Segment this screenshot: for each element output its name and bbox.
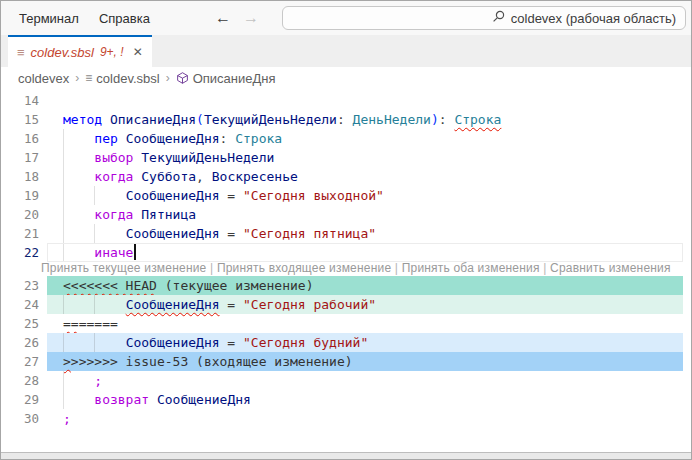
indent-guide — [63, 295, 64, 314]
indent-guide — [63, 186, 64, 205]
code-token: ; — [63, 411, 71, 426]
code-line-content[interactable] — [47, 91, 683, 110]
code-line-content[interactable]: выбор ТекущийДеньНедели — [47, 148, 683, 167]
code-token: ТекущийДеньНедели — [204, 112, 337, 127]
tab-coldev-sbsl[interactable]: ≡ coldev.sbsl 9+, ! ✕ — [8, 35, 152, 67]
code-token: СообщениеДня — [126, 297, 220, 312]
breadcrumb-item-1[interactable]: coldevex — [18, 71, 69, 86]
workspace-search-label: coldevex (рабочая область) — [511, 11, 676, 26]
symbol-cube-icon — [176, 71, 189, 86]
codelens-action-2[interactable]: Принять входящее изменение — [217, 262, 391, 275]
indent-guide — [94, 186, 95, 205]
codelens-separator: | — [206, 262, 216, 275]
code-token: Воскресенье — [212, 169, 298, 184]
code-line-content[interactable]: СообщениеДня = "Сегодня пятница" — [47, 224, 683, 243]
line-number: 21 — [1, 224, 47, 243]
code-line: 27>>>>>>> issue-53 (входящее изменение) — [1, 352, 691, 371]
file-lines-icon: ≡ — [17, 46, 25, 59]
code-token: СообщениеДня — [157, 392, 251, 407]
breadcrumb-label: coldev.sbsl — [96, 71, 159, 86]
indent-guide — [63, 129, 64, 148]
line-number: 15 — [1, 110, 47, 129]
code-line: 26 СообщениеДня = "Сегодня будний" — [1, 333, 691, 352]
line-number: 22 — [1, 243, 47, 262]
code-token: Строка — [454, 112, 501, 127]
forward-arrow-icon[interactable]: → — [243, 9, 259, 27]
code-token: возврат — [94, 392, 157, 407]
code-line-content[interactable]: СообщениеДня = "Сегодня рабочий" — [47, 295, 683, 314]
breadcrumb: coldevex›≡coldev.sbsl›ОписаниеДня — [1, 67, 691, 89]
code-token: СообщениеДня — [126, 335, 220, 350]
code-line-content[interactable]: СообщениеДня = "Сегодня будний" — [47, 333, 683, 352]
code-token: пер — [94, 131, 125, 146]
code-line-content[interactable]: возврат СообщениеДня — [47, 390, 683, 409]
indent-guide — [63, 224, 64, 243]
code-token: Строка — [235, 131, 282, 146]
menu-item-терминал[interactable]: Терминал — [9, 1, 89, 35]
code-token: : — [220, 131, 236, 146]
code-line-content[interactable]: иначе — [47, 243, 683, 262]
breadcrumb-item-2[interactable]: ≡coldev.sbsl — [85, 71, 159, 86]
code-line-content[interactable]: ; — [47, 371, 683, 390]
line-number: 30 — [1, 409, 47, 428]
code-token: ) — [431, 112, 439, 127]
indent-guide — [63, 205, 64, 224]
code-token: СообщениеДня — [126, 226, 220, 241]
menu-item-справка[interactable]: Справка — [89, 1, 160, 35]
command-center-search[interactable]: coldevex (рабочая область) — [282, 6, 686, 30]
code-line-content[interactable]: когда Суббота, Воскресенье — [47, 167, 683, 186]
back-arrow-icon[interactable]: ← — [215, 9, 231, 27]
line-number: 27 — [1, 352, 47, 371]
code-line: 20 когда Пятница — [1, 205, 691, 224]
code-token: когда — [94, 207, 141, 222]
line-number: 16 — [1, 129, 47, 148]
code-token: > — [63, 354, 71, 369]
indent-guide — [63, 333, 64, 352]
breadcrumb-item-3[interactable]: ОписаниеДня — [176, 71, 276, 86]
code-token: ; — [94, 373, 102, 388]
codelens-action-3[interactable]: Принять оба изменения — [402, 262, 540, 275]
indent-guide — [63, 148, 64, 167]
code-token: : — [337, 112, 353, 127]
file-lines-icon: ≡ — [85, 72, 92, 84]
code-line-content[interactable]: когда Пятница — [47, 205, 683, 224]
close-icon[interactable]: ✕ — [133, 45, 143, 59]
code-line: 25======= — [1, 314, 691, 333]
code-token: Суббота — [141, 169, 196, 184]
code-line: 17 выбор ТекущийДеньНедели — [1, 148, 691, 167]
codelens-action-4[interactable]: Сравнить изменения — [550, 262, 671, 275]
text-cursor — [134, 244, 136, 260]
code-token: СообщениеДня — [126, 188, 220, 203]
line-number: 26 — [1, 333, 47, 352]
indent-guide — [94, 295, 95, 314]
tab-strip: ≡ coldev.sbsl 9+, ! ✕ — [1, 35, 691, 67]
code-token: = — [220, 297, 243, 312]
line-number: 17 — [1, 148, 47, 167]
code-token: = — [220, 226, 243, 241]
breadcrumb-label: ОписаниеДня — [193, 71, 276, 86]
code-line-content[interactable]: >>>>>>> issue-53 (входящее изменение) — [47, 352, 683, 371]
indent-guide — [63, 243, 64, 262]
indent-guide — [63, 371, 64, 390]
code-line-content[interactable]: <<<<<<< HEAD (текущее изменение) — [47, 276, 683, 295]
code-token: = — [220, 188, 243, 203]
code-token: Пятница — [141, 207, 196, 222]
code-token: "Сегодня пятница" — [243, 226, 376, 241]
code-token: (текущее изменение) — [157, 278, 314, 293]
indent-guide — [63, 167, 64, 186]
code-line-content[interactable]: ======= — [47, 314, 683, 333]
code-line-content[interactable]: СообщениеДня = "Сегодня выходной" — [47, 186, 683, 205]
line-number: 25 — [1, 314, 47, 333]
codelens-action-1[interactable]: Принять текущее изменение — [41, 262, 206, 275]
line-number: 23 — [1, 276, 47, 295]
line-number: 14 — [1, 91, 47, 110]
code-line-content[interactable]: пер СообщениеДня: Строка — [47, 129, 683, 148]
line-number: 20 — [1, 205, 47, 224]
code-line: 24 СообщениеДня = "Сегодня рабочий" — [1, 295, 691, 314]
code-line-content[interactable]: ; — [47, 409, 683, 428]
code-line-content[interactable]: метод ОписаниеДня(ТекущийДеньНедели: Ден… — [47, 110, 683, 129]
line-number: 24 — [1, 295, 47, 314]
line-number: 28 — [1, 371, 47, 390]
code-token: "Сегодня выходной" — [243, 188, 384, 203]
line-number: 19 — [1, 186, 47, 205]
